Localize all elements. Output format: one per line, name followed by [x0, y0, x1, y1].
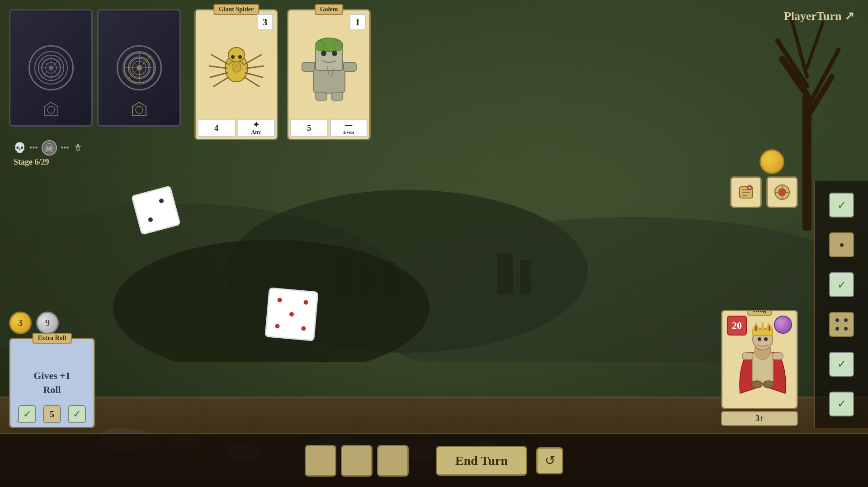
svg-line-6	[807, 23, 823, 68]
svg-rect-12	[362, 267, 371, 294]
svg-point-35	[228, 47, 245, 62]
die-slot-pip-tr	[844, 318, 848, 322]
stage-icons-row: 💀 ••• ☠ ••• 🗡	[14, 140, 83, 156]
spider-attack: 4	[198, 119, 236, 137]
spider-stats: 4 ✦ Any	[196, 117, 277, 139]
gold-coin-top-right	[760, 149, 784, 174]
svg-point-27	[132, 61, 146, 75]
right-check-2[interactable]: ✓	[829, 272, 854, 297]
svg-point-33	[136, 106, 143, 113]
pip-1-2	[148, 217, 153, 222]
svg-point-84	[758, 337, 761, 341]
player-turn-label: PlayerTurn ↗	[784, 9, 854, 23]
svg-point-18	[46, 62, 57, 73]
svg-line-40	[209, 66, 226, 68]
right-check-4[interactable]: ✓	[829, 392, 854, 416]
mandala-1	[28, 45, 74, 90]
svg-rect-60	[316, 92, 327, 100]
extra-roll-text: Gives +1Roll	[33, 369, 71, 397]
bottom-dice-slot-1[interactable]	[305, 445, 336, 477]
svg-point-85	[764, 337, 768, 341]
die-slot-pip-br	[844, 327, 848, 331]
svg-rect-11	[339, 258, 353, 294]
svg-line-22	[41, 58, 61, 78]
king-stat: 3↑	[721, 411, 798, 426]
extra-roll-footer: ✓ 5 ✓	[10, 405, 94, 423]
pip-2-2	[303, 300, 308, 305]
extra-roll-check-left[interactable]: ✓	[18, 405, 36, 423]
deck-card-1[interactable]	[9, 9, 93, 127]
right-check-1[interactable]: ✓	[829, 193, 854, 217]
svg-line-44	[246, 66, 264, 68]
pip-2-4	[275, 324, 280, 329]
golem-stats: 5 — Even	[288, 117, 369, 139]
svg-rect-87	[772, 353, 783, 359]
dots-right: •••	[61, 143, 69, 153]
bottom-dice-slots	[305, 445, 409, 477]
skull-icon: 💀	[14, 142, 26, 154]
svg-line-43	[245, 55, 261, 64]
left-panel: 3 9 Extra Roll Gives +1Roll \\ ✓ 5 ✓	[9, 312, 95, 428]
golem-hp: 1	[349, 14, 366, 30]
svg-point-54	[321, 51, 326, 56]
king-bottom-bar: 3↑	[721, 411, 798, 426]
dots-left: •••	[29, 143, 38, 153]
giant-spider-hp: 3	[257, 14, 273, 30]
svg-point-70	[778, 189, 786, 196]
ability-card-1[interactable]	[730, 176, 762, 208]
svg-rect-56	[302, 62, 315, 71]
deck-card-2[interactable]	[97, 9, 181, 127]
extra-roll-label: Extra Roll	[33, 333, 72, 344]
svg-point-53	[334, 40, 343, 51]
svg-line-42	[214, 77, 228, 86]
extra-roll-card[interactable]: Extra Roll Gives +1Roll \\ ✓ 5 ✓	[9, 338, 95, 428]
svg-line-23	[41, 58, 61, 78]
svg-rect-57	[344, 62, 356, 71]
svg-marker-80	[761, 322, 764, 329]
right-check-3[interactable]: ✓	[829, 352, 854, 377]
golem-req: — Even	[330, 119, 368, 137]
die-slot-pip-bl	[835, 327, 839, 331]
stage-indicator: 💀 ••• ☠ ••• 🗡 Stage 6/29	[14, 140, 83, 167]
svg-point-26	[128, 57, 150, 79]
right-die-slot-2[interactable]	[829, 312, 854, 337]
king-card[interactable]: King 20	[721, 310, 798, 409]
pip-2-5	[301, 326, 306, 331]
svg-rect-86	[742, 353, 753, 359]
svg-point-38	[238, 55, 242, 59]
svg-line-41	[210, 73, 227, 77]
svg-rect-13	[384, 262, 396, 294]
silver-token: 9	[36, 312, 59, 334]
svg-line-39	[212, 55, 227, 64]
svg-line-32	[128, 57, 151, 79]
golem-card[interactable]: Golem 1 5	[287, 9, 371, 140]
ability-card-2[interactable]	[766, 176, 798, 208]
svg-rect-15	[520, 260, 531, 294]
svg-point-88	[751, 381, 762, 388]
mandala-2	[117, 45, 162, 90]
extra-roll-value: 5	[43, 405, 61, 423]
extra-roll-check-right[interactable]: ✓	[68, 405, 86, 423]
svg-point-89	[763, 381, 774, 388]
die-2[interactable]	[264, 287, 318, 341]
end-turn-button[interactable]: End Turn	[436, 446, 527, 476]
pip-2-1	[277, 298, 282, 303]
svg-point-28	[137, 65, 142, 71]
svg-point-25	[124, 53, 154, 83]
svg-point-52	[316, 40, 325, 51]
bottom-dice-slot-2[interactable]	[341, 445, 373, 477]
svg-point-24	[47, 106, 55, 113]
undo-button[interactable]: ↺	[536, 447, 563, 474]
coins-row: 3 9	[9, 312, 95, 334]
svg-point-17	[42, 59, 60, 77]
svg-line-31	[128, 57, 151, 79]
svg-rect-14	[497, 253, 513, 294]
svg-line-45	[245, 73, 263, 77]
ability-panel	[730, 176, 798, 208]
king-panel: King 20	[721, 310, 798, 426]
bottom-dice-slot-3[interactable]	[377, 445, 409, 477]
right-die-slot-1[interactable]	[829, 232, 854, 257]
giant-spider-card[interactable]: Giant Spider 3 4	[194, 9, 278, 140]
svg-rect-83	[769, 326, 770, 331]
die-slot-pip-tl	[835, 318, 839, 322]
